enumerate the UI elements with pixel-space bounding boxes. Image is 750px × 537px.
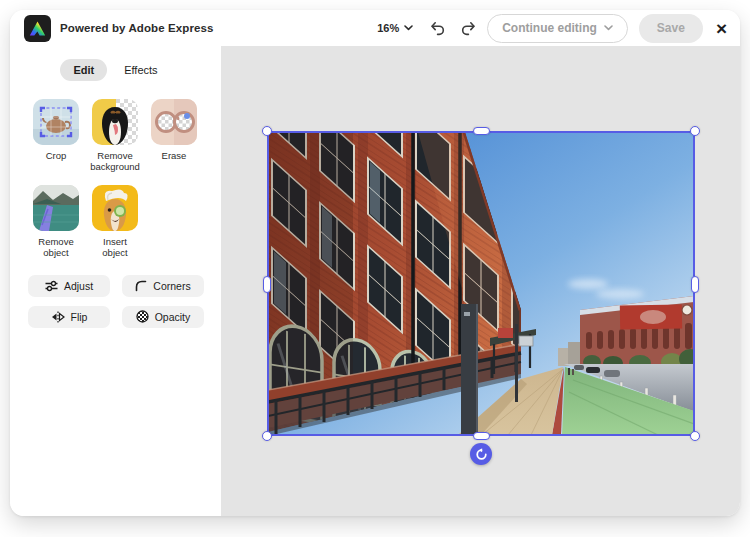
continue-editing-label: Continue editing: [502, 21, 597, 35]
undo-button[interactable]: [425, 16, 449, 40]
flip-label: Flip: [71, 311, 88, 323]
app-title: Powered by Adobe Express: [60, 22, 213, 34]
continue-editing-button[interactable]: Continue editing: [487, 14, 628, 43]
tool-erase[interactable]: Erase: [150, 99, 198, 173]
selected-image[interactable]: [268, 132, 694, 435]
opacity-label: Opacity: [155, 311, 191, 323]
adjust-label: Adjust: [64, 280, 93, 292]
redo-icon: [460, 20, 477, 37]
action-buttons: Adjust Corners Flip: [28, 275, 221, 328]
adobe-express-editor-window: Powered by Adobe Express 16%: [10, 10, 740, 516]
redo-button[interactable]: [456, 16, 480, 40]
rotate-handle[interactable]: [470, 443, 492, 465]
tool-label: Crop: [46, 150, 67, 161]
adobe-express-logo: [24, 15, 51, 42]
flip-button[interactable]: Flip: [28, 306, 110, 328]
chevron-down-icon: [604, 25, 613, 31]
corners-button[interactable]: Corners: [122, 275, 204, 297]
selection-handle-top[interactable]: [473, 127, 490, 135]
tab-edit[interactable]: Edit: [60, 59, 107, 81]
canvas-area[interactable]: [221, 46, 740, 516]
selection-handle-left[interactable]: [263, 276, 271, 293]
tool-remove-object[interactable]: Remove object: [32, 185, 80, 259]
zoom-control[interactable]: 16%: [372, 19, 418, 37]
header-actions: 16% Continue ed: [372, 14, 727, 43]
save-button[interactable]: Save: [639, 14, 703, 43]
panel-tabs: Edit Effects: [10, 59, 221, 81]
tool-label: Erase: [162, 150, 187, 161]
tool-insert-object[interactable]: Insert object: [91, 185, 139, 259]
selection-handle-bottom[interactable]: [473, 432, 490, 440]
corner-radius-icon: [135, 280, 147, 292]
sidebar-panel: Edit Effects Crop: [10, 46, 221, 516]
flip-horizontal-icon: [51, 311, 65, 323]
selection-handle-top-left[interactable]: [262, 126, 272, 136]
selection-handle-right[interactable]: [691, 276, 699, 293]
tool-label: Remove background: [90, 150, 140, 173]
adjust-button[interactable]: Adjust: [28, 275, 110, 297]
tool-remove-background[interactable]: Remove background: [91, 99, 139, 173]
crop-teapot-thumbnail: [33, 99, 79, 145]
tool-label: Insert object: [91, 236, 139, 259]
adobe-express-logo-icon: [29, 21, 46, 36]
editor-body: Edit Effects Crop: [10, 46, 740, 516]
dog-cucumber-thumbnail: [92, 185, 138, 231]
opacity-button[interactable]: Opacity: [122, 306, 204, 328]
corners-label: Corners: [153, 280, 190, 292]
zoom-level-value: 16%: [377, 22, 399, 34]
lake-canoe-thumbnail: [33, 185, 79, 231]
tool-crop[interactable]: Crop: [32, 99, 80, 173]
sliders-icon: [45, 280, 58, 292]
selection-handle-bottom-left[interactable]: [262, 431, 272, 441]
selection-handle-bottom-right[interactable]: [690, 431, 700, 441]
header-bar: Powered by Adobe Express 16%: [10, 10, 740, 46]
street-photo: [268, 132, 694, 435]
selection-handle-top-right[interactable]: [690, 126, 700, 136]
chevron-down-icon: [404, 25, 413, 31]
tool-label: Remove object: [32, 236, 80, 259]
tool-grid: Crop: [32, 99, 221, 259]
rotate-icon: [475, 448, 488, 461]
undo-icon: [429, 20, 446, 37]
glasses-checkerboard-thumbnail: [151, 99, 197, 145]
tab-effects[interactable]: Effects: [111, 59, 170, 81]
opacity-checker-icon: [136, 310, 149, 323]
close-button[interactable]: ×: [716, 19, 727, 38]
dog-checkerboard-thumbnail: [92, 99, 138, 145]
